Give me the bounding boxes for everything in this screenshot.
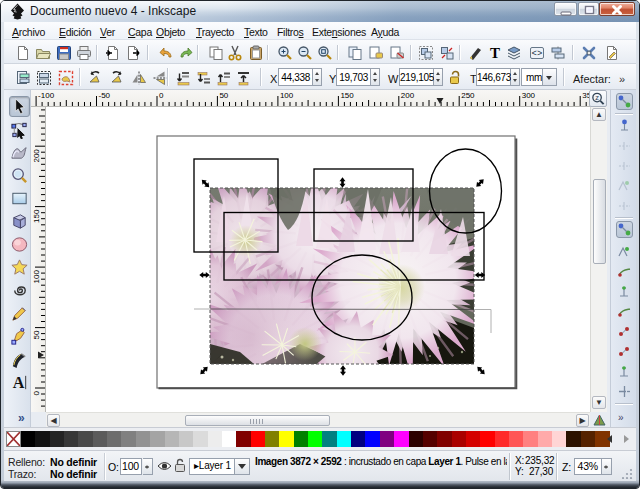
svg-text:z: z <box>595 93 599 102</box>
svg-text:<>: <> <box>532 49 543 59</box>
svg-text:A: A <box>13 374 25 391</box>
svg-text:T: T <box>490 45 500 61</box>
